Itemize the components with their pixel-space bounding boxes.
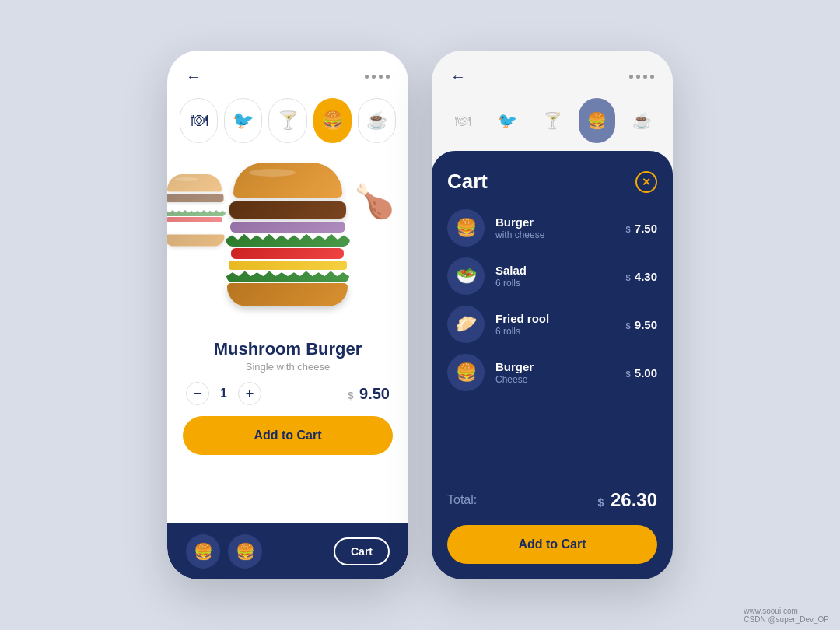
- cart-total-row: Total: $ 26.30: [447, 489, 657, 511]
- quantity-minus-button[interactable]: −: [186, 382, 209, 405]
- menu-dots[interactable]: [365, 75, 390, 79]
- right-tab-dish[interactable]: 🍽: [444, 98, 481, 143]
- cart-panel: Cart ✕ 🍔 Burger with cheese $ 7.50: [432, 151, 673, 579]
- cart-price-value-3: 9.50: [635, 318, 657, 331]
- right-add-to-cart-button[interactable]: Add to Cart: [447, 525, 657, 564]
- cart-item-sub-2: 6 rolls: [495, 278, 615, 289]
- cart-item-price-2: $ 4.30: [626, 270, 658, 283]
- cart-price-value-4: 5.00: [635, 366, 657, 380]
- quantity-plus-button[interactable]: +: [238, 382, 261, 405]
- cart-item-sub-4: Cheese: [495, 374, 615, 385]
- tab-coffee[interactable]: ☕: [358, 98, 396, 143]
- cart-item: 🍔 Burger Cheese $ 5.00: [447, 354, 657, 391]
- product-order-row: − 1 + $ 9.50: [167, 373, 408, 405]
- main-burger-image: [218, 163, 358, 318]
- food-thumb-2[interactable]: 🍔: [228, 534, 262, 569]
- product-info: Mushroom Burger Single with cheese: [167, 330, 408, 373]
- cart-price-currency-1: $: [626, 225, 631, 234]
- cart-item-image-1: 🍔: [447, 209, 485, 247]
- right-category-tabs: 🍽 🐦 🍸 🍔 ☕: [432, 93, 673, 143]
- cart-items-list: 🍔 Burger with cheese $ 7.50 🥗 Salad: [447, 209, 657, 473]
- watermark: www.sooui.com CSDN @super_Dev_OP: [744, 607, 829, 624]
- tab-burger-active[interactable]: 🍔: [313, 98, 352, 143]
- cart-item-price-4: $ 5.00: [626, 366, 658, 380]
- cart-item-sub-1: with cheese: [495, 229, 615, 240]
- left-phone: ← 🍽 🐦 🍸 🍔 ☕: [167, 51, 408, 579]
- right-phone: ← 🍽 🐦 🍸 🍔 ☕ Cart ✕ 🍔: [432, 51, 673, 579]
- cart-title: Cart: [447, 170, 488, 194]
- food-image-area: 🍗: [167, 151, 408, 330]
- cart-item-image-2: 🥗: [447, 257, 485, 295]
- bottom-bar: 🍔 🍔 Cart: [167, 523, 408, 579]
- right-tab-coffee[interactable]: ☕: [623, 98, 660, 143]
- right-tab-bird[interactable]: 🐦: [489, 98, 527, 143]
- cart-item-price-1: $ 7.50: [626, 222, 658, 235]
- cart-item-sub-3: 6 rolls: [495, 326, 615, 337]
- cart-total-amount: $ 26.30: [597, 489, 657, 511]
- cart-item-name-2: Salad: [495, 264, 615, 277]
- cart-close-button[interactable]: ✕: [635, 171, 657, 193]
- price-currency: $: [348, 390, 353, 401]
- left-phone-header: ←: [167, 51, 408, 93]
- cart-item-image-3: 🥟: [447, 306, 485, 343]
- cart-item-price-3: $ 9.50: [626, 318, 658, 331]
- cart-price-value-1: 7.50: [635, 222, 657, 235]
- cart-item-name-3: Fried rool: [495, 312, 615, 325]
- bottom-food-items: 🍔 🍔: [186, 534, 262, 569]
- tab-cocktail[interactable]: 🍸: [268, 98, 306, 143]
- cart-item-info-3: Fried rool 6 rolls: [495, 312, 615, 337]
- cart-item-info-2: Salad 6 rolls: [495, 264, 615, 289]
- add-to-cart-button[interactable]: Add to Cart: [183, 416, 393, 455]
- right-back-button[interactable]: ←: [450, 68, 466, 86]
- total-value: 26.30: [611, 489, 657, 510]
- cart-item: 🥗 Salad 6 rolls $ 4.30: [447, 257, 657, 295]
- cart-item-info-4: Burger Cheese: [495, 360, 615, 385]
- cart-item-name-4: Burger: [495, 360, 615, 373]
- side-food-right: 🍗: [354, 174, 408, 236]
- tab-dish[interactable]: 🍽: [180, 98, 218, 143]
- food-thumb-1[interactable]: 🍔: [186, 534, 220, 569]
- cart-total-label: Total:: [447, 493, 477, 507]
- total-currency: $: [597, 496, 604, 509]
- tab-bird[interactable]: 🐦: [224, 98, 262, 143]
- right-tab-cocktail[interactable]: 🍸: [534, 98, 571, 143]
- right-phone-header: ←: [432, 51, 673, 93]
- cart-divider: [447, 478, 657, 478]
- cart-item-name-1: Burger: [495, 215, 615, 229]
- cart-header: Cart ✕: [447, 170, 657, 194]
- product-description: Single with cheese: [186, 361, 390, 373]
- price-value: 9.50: [359, 385, 390, 402]
- back-button[interactable]: ←: [186, 68, 201, 86]
- cart-item: 🥟 Fried rool 6 rolls $ 9.50: [447, 306, 657, 343]
- quantity-value: 1: [220, 387, 227, 401]
- quantity-control: − 1 +: [186, 382, 261, 405]
- right-menu-dots[interactable]: [629, 75, 654, 79]
- right-tab-burger-active[interactable]: 🍔: [579, 98, 616, 143]
- product-name: Mushroom Burger: [186, 339, 390, 359]
- cart-item-image-4: 🍔: [447, 354, 485, 391]
- product-price: $ 9.50: [348, 385, 390, 403]
- cart-price-value-2: 4.30: [635, 270, 657, 283]
- category-tabs: 🍽 🐦 🍸 🍔 ☕: [167, 93, 408, 151]
- side-food-left: [167, 174, 222, 236]
- cart-button[interactable]: Cart: [334, 537, 390, 565]
- cart-item-info-1: Burger with cheese: [495, 215, 615, 240]
- cart-item: 🍔 Burger with cheese $ 7.50: [447, 209, 657, 247]
